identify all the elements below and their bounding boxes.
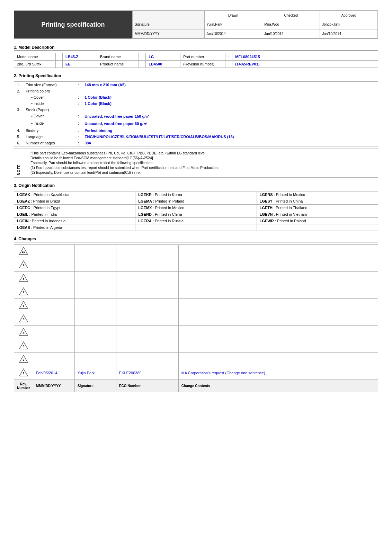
change-eco bbox=[116, 285, 178, 299]
change-rev-cell: 2 bbox=[14, 353, 33, 366]
spec-pages: 6. Number of pages : 384 bbox=[14, 140, 378, 146]
note-line-5: (2) Especially, Don't use or contain lea… bbox=[30, 170, 219, 175]
change-rev-cell: 10 bbox=[14, 245, 33, 258]
change-row: 6 bbox=[14, 299, 378, 312]
change-date bbox=[33, 299, 74, 312]
signature-label: Signature bbox=[133, 20, 205, 29]
origin-code: LGEMA bbox=[138, 199, 152, 203]
change-signature bbox=[74, 299, 116, 312]
model-name-label: Model name bbox=[14, 53, 56, 61]
origin-desc: Printed in Kazakhstan bbox=[34, 193, 71, 197]
change-row: 5 bbox=[14, 312, 378, 326]
note-line-4: (1) Eco-hazardous substances test report… bbox=[30, 166, 219, 170]
change-signature bbox=[74, 326, 116, 339]
changes-section: 4. Changes 10 9 8 7 bbox=[14, 236, 378, 392]
origin-code: LGERS bbox=[260, 193, 273, 197]
change-contents bbox=[178, 339, 378, 353]
spec-language: 5. Language : ENG/HUN/POL/CZE/SLK/ROM/BU… bbox=[14, 134, 378, 140]
change-date: Feb/05/2014 bbox=[33, 366, 74, 380]
approved-signature: Jongok.kim bbox=[320, 20, 378, 29]
change-row: 2 bbox=[14, 353, 378, 366]
change-row: 9 bbox=[14, 258, 378, 272]
origin-cell: LGEAK : Printed in Kazakhstan bbox=[14, 191, 135, 198]
origin-cell bbox=[257, 224, 378, 231]
change-eco bbox=[116, 353, 178, 366]
model-row-1: Model name : LB45-Z Brand name : LG Part… bbox=[14, 53, 378, 61]
change-signature bbox=[74, 353, 116, 366]
change-contents bbox=[178, 326, 378, 339]
note-line-3: Especially, Part should be followed and … bbox=[30, 161, 219, 165]
change-contents bbox=[178, 272, 378, 285]
date-footer-label: MMM/DD/YYYY bbox=[33, 380, 74, 392]
spec-trim-size: 1. Trim size (Format) : 148 mm x 210 mm … bbox=[14, 82, 378, 88]
change-rev-cell: 9 bbox=[14, 258, 33, 272]
origin-code: LGEIN bbox=[17, 219, 29, 223]
change-date bbox=[33, 285, 74, 299]
changes-section-title: 4. Changes bbox=[14, 236, 378, 242]
origin-cell: LGERA : Printed in Russia bbox=[135, 218, 257, 224]
origin-cell: LGEAS : Printed in Algeria bbox=[14, 224, 135, 231]
origin-code: LGETH bbox=[260, 206, 273, 210]
origin-cell: LGEIN : Printed in Indonesia bbox=[14, 218, 135, 224]
change-row: 4 bbox=[14, 326, 378, 339]
origin-code: LGEAS bbox=[17, 225, 30, 230]
change-date bbox=[33, 258, 74, 272]
change-signature bbox=[74, 339, 116, 353]
change-rev-cell: 4 bbox=[14, 326, 33, 339]
origin-code: LGERA bbox=[138, 219, 152, 223]
drawn-signature: Yujin.Park bbox=[204, 20, 262, 29]
origin-desc: Printed in Thailand bbox=[276, 206, 308, 210]
change-eco bbox=[116, 312, 178, 326]
spec-inside-color: • Inside : 1 Color (Black) bbox=[14, 100, 378, 107]
change-eco bbox=[116, 258, 178, 272]
note-line-1: "This part contains Eco-hazardous substa… bbox=[30, 151, 219, 155]
header: Printing specification Drawn Checked App… bbox=[14, 10, 378, 39]
change-date bbox=[33, 272, 74, 285]
change-date bbox=[33, 353, 74, 366]
change-contents bbox=[178, 285, 378, 299]
origin-desc: Printed in Vietnam bbox=[276, 212, 307, 216]
origin-code: LGEKR bbox=[138, 193, 152, 197]
change-signature bbox=[74, 285, 116, 299]
checked-label: Checked bbox=[262, 11, 320, 20]
change-signature bbox=[74, 312, 116, 326]
approved-date: Jan/10/2014 bbox=[320, 29, 378, 38]
printing-spec-section: 2. Printing Specification 1. Trim size (… bbox=[14, 73, 378, 178]
spec-inside-stock: • Inside : Uncoated, wood-free paper 60 … bbox=[14, 120, 378, 127]
spec-stock: 3. Stock (Paper) bbox=[14, 107, 378, 113]
change-contents bbox=[178, 299, 378, 312]
model-table: Model name : LB45-Z Brand name : LG Part… bbox=[14, 53, 378, 68]
rev-footer-label: Rev. Number bbox=[14, 380, 33, 392]
checked-signature: Mira.Woo bbox=[262, 20, 320, 29]
change-date bbox=[33, 326, 74, 339]
change-row: 8 bbox=[14, 272, 378, 285]
spec-printing-colors: 2. Printing colors bbox=[14, 88, 378, 94]
note-side-label: NOTE bbox=[17, 151, 21, 175]
origin-section-title: 3. Origin Notification bbox=[14, 183, 378, 189]
spec-table: 1. Trim size (Format) : 148 mm x 210 mm … bbox=[14, 81, 378, 146]
origin-code: LGEND bbox=[138, 212, 152, 216]
change-eco bbox=[116, 245, 178, 258]
product-name-value: LB4500 bbox=[146, 61, 180, 68]
contents-footer-label: Change Contents bbox=[178, 380, 378, 392]
origin-code: LGEIL bbox=[17, 212, 28, 216]
model-row-2: 2nd, 3rd Suffix : EE Product name : LB45… bbox=[14, 61, 378, 68]
printing-section-title: 2. Printing Specification bbox=[14, 73, 378, 79]
change-rev-cell: 5 bbox=[14, 312, 33, 326]
change-eco bbox=[116, 339, 178, 353]
change-rev-cell: 8 bbox=[14, 272, 33, 285]
origin-desc: Printed in Indonesia bbox=[32, 219, 65, 223]
drawn-date: Jan/10/2014 bbox=[204, 29, 262, 38]
approved-label: Approved bbox=[320, 11, 378, 20]
origin-desc: Printed in Brazil bbox=[33, 199, 60, 203]
origin-desc: Printed in Poland bbox=[277, 219, 306, 223]
changes-footer: Rev. Number MMM/DD/YYYY Signature ECO Nu… bbox=[14, 380, 378, 392]
change-rev-cell: 7 bbox=[14, 285, 33, 299]
change-eco bbox=[116, 272, 178, 285]
origin-cell: LGERS : Printed in Mexico bbox=[257, 191, 378, 198]
origin-desc: Printed in Algeria bbox=[33, 225, 62, 230]
origin-code: LGESY bbox=[260, 199, 273, 203]
origin-cell: LGEAZ : Printed in Brazil bbox=[14, 198, 135, 205]
origin-row: LGEEG : Printed in EgyptLGEMX : Printed … bbox=[14, 205, 378, 211]
change-eco bbox=[116, 326, 178, 339]
